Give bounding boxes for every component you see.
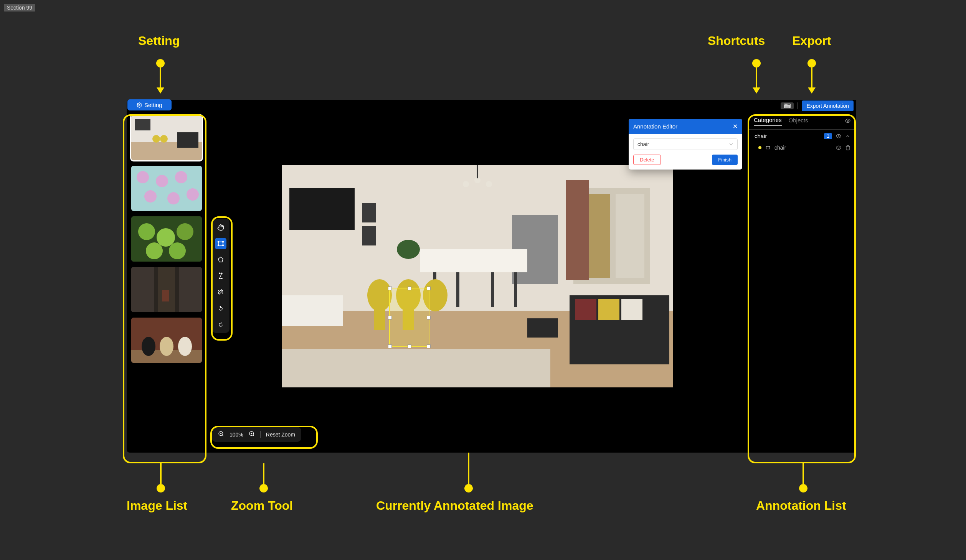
svg-point-75 (486, 181, 492, 187)
handle-br[interactable] (427, 344, 431, 348)
callout-export: Export (792, 34, 831, 48)
svg-rect-28 (131, 267, 154, 312)
thumbnail-dogs[interactable] (131, 318, 202, 363)
svg-rect-11 (177, 132, 198, 148)
svg-rect-67 (374, 307, 385, 330)
zoom-level: 100% (230, 432, 243, 438)
count-badge: 1 (824, 133, 832, 139)
rectangle-icon (765, 145, 771, 150)
category-item[interactable]: chair 1 (748, 130, 856, 142)
svg-rect-58 (621, 299, 642, 320)
finish-button[interactable]: Finish (712, 155, 738, 165)
svg-rect-57 (598, 299, 619, 320)
svg-line-87 (253, 435, 254, 436)
svg-point-34 (142, 337, 155, 356)
svg-rect-1 (784, 104, 791, 108)
handle-tm[interactable] (408, 287, 411, 290)
svg-rect-29 (179, 267, 202, 312)
visibility-toggle[interactable] (845, 118, 850, 125)
svg-rect-71 (362, 203, 376, 222)
editor-title: Annotation Editor (633, 123, 677, 130)
tab-objects[interactable]: Objects (789, 117, 808, 126)
svg-point-23 (157, 228, 175, 247)
shortcuts-button[interactable] (781, 102, 794, 109)
svg-point-19 (167, 192, 180, 204)
thumbnail-donuts[interactable] (131, 166, 202, 211)
svg-rect-63 (456, 272, 459, 307)
svg-line-84 (222, 435, 223, 436)
keyboard-icon (784, 104, 791, 108)
callout-current: Currently Annotated Image (376, 499, 533, 513)
svg-point-13 (160, 135, 168, 143)
svg-rect-51 (282, 295, 343, 326)
delete-button[interactable]: Delete (633, 155, 661, 165)
gear-icon (137, 102, 142, 108)
svg-point-0 (139, 104, 140, 106)
zoom-out-icon (218, 431, 224, 437)
image-list (127, 100, 206, 453)
object-name: chair (774, 145, 786, 151)
annotated-image[interactable] (282, 165, 673, 387)
callout-annotation-list: Annotation List (756, 499, 846, 513)
thumbnail-limes[interactable] (131, 216, 202, 262)
svg-point-16 (156, 175, 168, 187)
handle-bm[interactable] (408, 344, 411, 348)
app-root: Setting Export Annotation (127, 100, 856, 453)
annotation-editor: Annotation Editor ✕ chair Delete Finish (629, 119, 742, 170)
handle-mr[interactable] (427, 316, 431, 320)
svg-rect-7 (785, 107, 789, 107)
svg-point-24 (177, 223, 193, 240)
object-item[interactable]: chair (748, 142, 856, 153)
svg-point-17 (175, 171, 187, 183)
svg-rect-10 (135, 119, 150, 130)
eye-icon (845, 118, 850, 124)
zoom-bar: 100% Reset Zoom (212, 427, 301, 442)
thumbnail-street[interactable] (131, 267, 202, 312)
zoom-out-button[interactable] (218, 431, 224, 438)
close-icon[interactable]: ✕ (733, 123, 738, 130)
handle-tl[interactable] (388, 287, 392, 290)
eye-icon[interactable] (836, 145, 841, 150)
divider (798, 102, 798, 109)
zoom-in-button[interactable] (249, 431, 255, 438)
svg-rect-4 (787, 104, 788, 105)
tab-categories[interactable]: Categories (754, 117, 782, 126)
svg-point-18 (144, 190, 157, 203)
handle-tr[interactable] (427, 287, 431, 290)
thumbnail-room[interactable] (131, 115, 202, 160)
svg-point-15 (137, 171, 149, 183)
svg-rect-6 (789, 104, 790, 105)
callout-shortcuts: Shortcuts (708, 34, 765, 48)
bounding-box[interactable] (389, 288, 429, 347)
svg-rect-50 (289, 188, 355, 230)
chevron-down-icon (729, 142, 733, 147)
svg-point-66 (367, 279, 392, 311)
export-button[interactable]: Export Annotation (802, 100, 854, 111)
svg-point-36 (178, 337, 192, 356)
zoom-in-icon (249, 431, 255, 437)
chevron-up-icon[interactable] (845, 133, 850, 139)
svg-rect-78 (527, 318, 558, 338)
svg-point-26 (169, 242, 186, 259)
svg-rect-2 (784, 104, 785, 105)
handle-bl[interactable] (388, 344, 392, 348)
eye-icon[interactable] (836, 133, 841, 139)
handle-ml[interactable] (388, 316, 392, 320)
svg-rect-3 (786, 104, 786, 105)
setting-button[interactable]: Setting (127, 99, 172, 110)
category-select[interactable]: chair (633, 138, 738, 150)
svg-point-22 (138, 223, 155, 240)
trash-icon[interactable] (845, 145, 850, 150)
svg-rect-49 (282, 349, 550, 387)
annotation-panel: Categories Objects chair 1 chair (748, 100, 856, 453)
divider (260, 431, 261, 438)
zoom-reset-button[interactable]: Reset Zoom (266, 432, 295, 438)
callout-setting: Setting (138, 34, 180, 48)
svg-rect-31 (158, 267, 175, 312)
svg-point-77 (397, 240, 420, 259)
svg-point-20 (187, 188, 199, 201)
callout-zoom: Zoom Tool (231, 499, 293, 513)
selected-category: chair (637, 141, 649, 147)
section-tag: Section 99 (4, 4, 35, 12)
svg-rect-56 (575, 299, 596, 320)
